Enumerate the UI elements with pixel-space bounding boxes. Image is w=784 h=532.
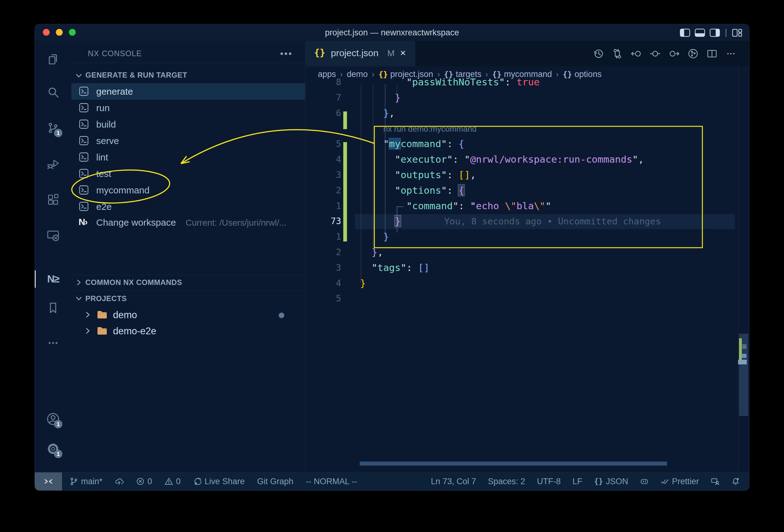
divider: [726, 29, 726, 37]
chevron-down-icon[interactable]: [75, 295, 83, 302]
status-json[interactable]: {}JSON: [594, 477, 628, 486]
sidebar-item-generate[interactable]: generate: [72, 83, 305, 100]
status-person-screen[interactable]: [711, 477, 720, 486]
status-label: main*: [81, 477, 103, 486]
traffic-lights: [43, 29, 76, 36]
active-indicator: [35, 270, 36, 288]
toggle-secondary-sidebar-icon[interactable]: [709, 29, 720, 37]
section-projects[interactable]: PROJECTS: [85, 294, 127, 303]
status-label: -- NORMAL --: [306, 477, 357, 486]
sidebar-item-mycommand[interactable]: mycommand: [72, 182, 305, 198]
terminal-icon: [79, 168, 89, 179]
chevron-down-icon[interactable]: [75, 72, 83, 80]
ellipsis-icon: [46, 336, 60, 350]
sidebar-item-lint[interactable]: lint: [72, 149, 305, 165]
person-screen-icon: [711, 477, 720, 486]
codelens-run-command[interactable]: nx run demo:mycommand: [383, 124, 477, 134]
line-number: 6: [312, 108, 341, 118]
activity-item-more-views[interactable]: [46, 336, 60, 350]
activity-item-remote-explorer[interactable]: [46, 228, 60, 242]
target-label: serve: [96, 136, 119, 146]
cloud-upload-icon: [115, 477, 123, 486]
chevron-right-icon[interactable]: [84, 311, 91, 318]
nx-logo-icon: N›: [79, 217, 87, 227]
sidebar-item-serve[interactable]: serve: [72, 133, 305, 149]
more-actions-icon[interactable]: •••: [280, 49, 293, 59]
toggle-sidebar-icon[interactable]: [680, 29, 690, 37]
status-utf-8[interactable]: UTF-8: [537, 477, 561, 486]
activity-item-nx-console[interactable]: N≥: [46, 272, 60, 286]
activity-item-bookmarks[interactable]: [46, 301, 60, 315]
remote-icon: [44, 477, 53, 486]
status-0[interactable]: 0: [165, 477, 180, 486]
sidebar-item-demo[interactable]: demo: [72, 307, 305, 323]
status-lf[interactable]: LF: [572, 477, 583, 486]
section-generate-run-target[interactable]: GENERATE & RUN TARGET: [85, 71, 187, 80]
chevron-right-icon[interactable]: [75, 279, 83, 286]
activity-item-run-debug[interactable]: [46, 157, 60, 170]
status-git-graph[interactable]: Git Graph: [257, 477, 293, 486]
double-check-icon: [661, 477, 669, 486]
status-label: Ln 73, Col 7: [431, 477, 476, 486]
sidebar-nx-console: NX CONSOLE ••• GENERATE & RUN TARGET gen…: [72, 41, 305, 472]
sidebar-header: NX CONSOLE •••: [72, 41, 305, 63]
window-layout-controls: [680, 29, 743, 37]
status-main[interactable]: main*: [69, 477, 103, 486]
activity-item-extensions[interactable]: [46, 193, 60, 207]
status-spaces-2[interactable]: Spaces: 2: [488, 477, 525, 486]
sidebar-item-run[interactable]: run: [72, 100, 305, 116]
status-0[interactable]: 0: [136, 477, 152, 486]
activity-item-settings[interactable]: 1: [46, 442, 60, 456]
minimize-window-button[interactable]: [56, 29, 63, 36]
terminal-icon: [79, 135, 89, 146]
line-number: 3: [312, 170, 341, 180]
close-window-button[interactable]: [43, 29, 50, 36]
sidebar-item-test[interactable]: test: [72, 165, 305, 182]
badge: 1: [54, 420, 62, 428]
line-number: 5: [312, 139, 341, 149]
terminal-icon: [79, 201, 89, 212]
chevron-right-icon[interactable]: [84, 327, 91, 335]
sidebar-item-change-workspace[interactable]: N› Change workspace Current: /Users/juri…: [72, 214, 305, 231]
terminal-icon: [79, 152, 89, 162]
status-prettier[interactable]: Prettier: [661, 477, 699, 486]
braces-icon: {}: [594, 477, 603, 486]
activity-item-explorer[interactable]: [46, 52, 60, 66]
status-copilot[interactable]: [640, 477, 649, 486]
sidebar-item-build[interactable]: build: [72, 116, 305, 133]
toggle-panel-icon[interactable]: [695, 29, 705, 37]
remote-indicator[interactable]: [35, 472, 62, 491]
codelens-row[interactable]: nx run demo:mycommand: [305, 121, 749, 137]
code-text: "executor": "@nrwl/workspace:run-command…: [360, 153, 644, 165]
activity-item-search[interactable]: [46, 86, 60, 99]
activity-item-source-control[interactable]: 1: [46, 121, 60, 135]
status-ln-73-col-7[interactable]: Ln 73, Col 7: [431, 477, 476, 486]
activity-item-accounts[interactable]: 1: [46, 412, 60, 426]
horizontal-scrollbar[interactable]: [360, 461, 667, 466]
section-common-nx-commands[interactable]: COMMON NX COMMANDS: [85, 278, 182, 287]
target-label: run: [96, 103, 110, 113]
error-icon: [136, 477, 145, 486]
divider: [72, 275, 305, 275]
zoom-window-button[interactable]: [69, 29, 76, 36]
code-line: 1 "command": "echo \"bla\"": [305, 199, 749, 214]
code-text: }: [360, 231, 389, 242]
status-bell-dot[interactable]: [731, 477, 740, 486]
line-number: 4: [312, 154, 341, 165]
folder-icon: [97, 310, 107, 319]
status-cloud-upload[interactable]: [115, 477, 123, 486]
overview-mark: [738, 360, 747, 364]
status-live-share[interactable]: Live Share: [193, 477, 245, 486]
line-number: 7: [312, 92, 341, 103]
status-normal[interactable]: -- NORMAL --: [306, 477, 357, 486]
customize-layout-icon[interactable]: [732, 29, 743, 37]
code-line: 6 },: [305, 106, 749, 121]
sidebar-item-e2e[interactable]: e2e: [72, 198, 305, 215]
status-label: Prettier: [672, 477, 699, 486]
code-line: 3 "outputs": [],: [305, 168, 749, 183]
bell-dot-icon: [731, 477, 740, 486]
code-area[interactable]: 8 "passWithNoTests": true7 }6 },nx run d…: [305, 41, 749, 472]
files-icon: [46, 52, 60, 66]
line-number: 5: [312, 293, 341, 304]
sidebar-item-demo-e2e[interactable]: demo-e2e: [72, 323, 305, 339]
